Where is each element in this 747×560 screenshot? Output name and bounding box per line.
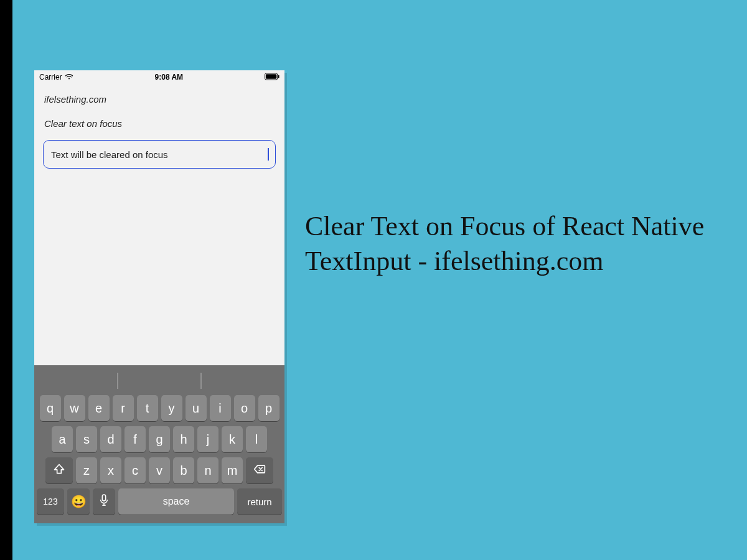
status-left: Carrier [39,73,73,82]
status-time: 9:08 AM [155,73,184,82]
emoji-icon: 😀 [71,494,87,509]
suggestion-slot[interactable] [201,373,284,389]
key-numbers[interactable]: 123 [37,488,64,515]
site-label: ifelsething.com [44,94,276,105]
key-space[interactable]: space [118,488,234,515]
text-input[interactable] [50,149,269,161]
wifi-icon [65,73,73,82]
keyboard-suggestion-bar [34,369,284,393]
suggestion-slot[interactable] [118,373,202,389]
key-p[interactable]: p [258,395,280,421]
key-i[interactable]: i [210,395,231,421]
key-k[interactable]: k [222,426,243,452]
ios-keyboard: q w e r t y u i o p a s d f g h [34,365,284,523]
key-h[interactable]: h [173,426,194,452]
key-shift[interactable] [45,457,73,483]
key-w[interactable]: w [64,395,85,421]
key-e[interactable]: e [88,395,110,421]
status-bar: Carrier 9:08 AM [34,70,284,84]
key-s[interactable]: s [76,426,97,452]
keyboard-row-3: z x c v b n m [37,457,282,483]
key-return[interactable]: return [237,488,282,515]
status-right [265,73,280,82]
key-backspace[interactable] [246,457,273,483]
key-v[interactable]: v [149,457,170,483]
phone-simulator: Carrier 9:08 AM [34,70,284,523]
shift-icon [53,463,65,478]
key-u[interactable]: u [186,395,207,421]
svg-rect-3 [102,494,105,500]
key-d[interactable]: d [100,426,121,452]
svg-rect-1 [266,74,277,78]
key-n[interactable]: n [197,457,218,483]
key-q[interactable]: q [40,395,61,421]
key-r[interactable]: r [113,395,134,421]
microphone-icon [99,494,109,510]
key-g[interactable]: g [149,426,170,452]
key-dictation[interactable] [93,488,115,515]
key-b[interactable]: b [173,457,194,483]
keyboard-row-2: a s d f g h j k l [37,426,282,452]
carrier-label: Carrier [39,73,62,82]
key-l[interactable]: l [246,426,267,452]
key-y[interactable]: y [161,395,182,421]
key-x[interactable]: x [100,457,121,483]
key-o[interactable]: o [234,395,255,421]
keyboard-row-4: 123 😀 spa [37,488,282,515]
backspace-icon [253,463,266,478]
key-a[interactable]: a [52,426,73,452]
key-emoji[interactable]: 😀 [67,488,90,515]
subtitle-label: Clear text on focus [44,118,276,129]
key-z[interactable]: z [76,457,97,483]
app-body: ifelsething.com Clear text on focus [34,84,284,365]
text-input-container[interactable] [43,140,276,169]
key-f[interactable]: f [125,426,146,452]
left-black-band [0,0,12,560]
battery-icon [265,73,280,82]
svg-rect-2 [278,75,280,78]
suggestion-slot[interactable] [34,373,118,389]
key-j[interactable]: j [197,426,218,452]
stage: Carrier 9:08 AM [0,0,747,560]
text-caret [268,148,269,161]
key-c[interactable]: c [125,457,146,483]
headline-text: Clear Text on Focus of React Native Text… [305,209,722,279]
keyboard-rows: q w e r t y u i o p a s d f g h [34,393,284,523]
key-t[interactable]: t [137,395,158,421]
key-m[interactable]: m [222,457,243,483]
keyboard-row-1: q w e r t y u i o p [37,395,282,421]
